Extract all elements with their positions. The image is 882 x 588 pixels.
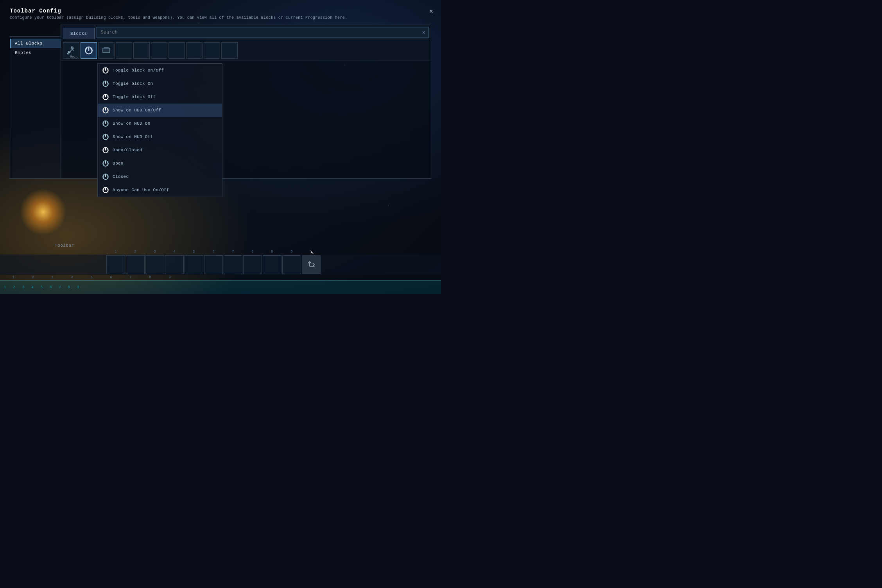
dropdown-item-toggle-off[interactable]: Toggle block Off (98, 90, 222, 104)
svg-rect-11 (103, 48, 110, 53)
bottom-num-9: 9 (77, 285, 79, 289)
dropdown-label-1: Toggle block On (113, 81, 153, 86)
panel-header: Blocks × (61, 25, 431, 40)
toolbar-slot-3[interactable] (145, 255, 164, 274)
slot-num-knife: 🔪 (302, 250, 321, 254)
dropdown-item-anyone[interactable]: Anyone Can Use On/Off (98, 183, 222, 197)
sun-glow (20, 188, 66, 235)
icon-slot-4[interactable] (116, 42, 132, 59)
icon-row: Ro... (61, 40, 431, 61)
slot-num-2: 2 (126, 250, 145, 254)
search-input[interactable] (97, 27, 419, 38)
toolbar-slot-1[interactable] (106, 255, 125, 274)
bottom-bar: 1 2 3 4 5 6 7 8 9 (0, 280, 441, 294)
svg-rect-12 (104, 47, 109, 48)
bottom-num-7: 7 (59, 285, 61, 289)
slot-num-3: 3 (145, 250, 164, 254)
bottom-num-4: 4 (31, 285, 33, 289)
search-clear-button[interactable]: × (419, 29, 428, 36)
sidebar-item-emotes[interactable]: Emotes (10, 48, 61, 57)
toolbar-slot-8[interactable] (243, 255, 262, 274)
toolbar-slot-extra[interactable] (302, 255, 321, 274)
tab-blocks[interactable]: Blocks (63, 28, 95, 39)
toolbar-slot-6[interactable] (204, 255, 223, 274)
slot-numbers-bottom: 1 2 3 4 5 6 7 8 9 (0, 275, 441, 280)
toolbar-slot-5[interactable] (185, 255, 203, 274)
search-bar: × (97, 27, 429, 38)
bottom-num-6: 6 (50, 285, 52, 289)
power-icon-open-closed (102, 146, 109, 154)
icon-slot-9[interactable] (204, 42, 220, 59)
toolbar-bottom: Toolbar 1 2 3 4 5 6 7 8 9 0 🔪 1 2 3 (0, 242, 441, 294)
dropdown-label-5: Show on HUD Off (113, 134, 153, 139)
dropdown-label-6: Open/Closed (113, 148, 142, 152)
toolbar-slot-4[interactable] (165, 255, 184, 274)
icon-slot-7[interactable] (169, 42, 185, 59)
dropdown-label-0: Toggle block On/Off (113, 68, 164, 73)
close-button[interactable]: × (429, 8, 433, 15)
power-icon-hud-off (102, 133, 109, 141)
dropdown-item-hud-on[interactable]: Show on HUD On (98, 117, 222, 130)
power-icon-open (102, 160, 109, 167)
sub-num-1: 1 (4, 276, 23, 280)
bottom-num-5: 5 (41, 285, 43, 289)
bottom-num-8: 8 (68, 285, 70, 289)
dropdown-label-8: Closed (113, 174, 129, 179)
sub-num-9: 9 (160, 276, 179, 280)
dropdown-item-open-closed[interactable]: Open/Closed (98, 143, 222, 157)
toolbar-slot-2[interactable] (126, 255, 145, 274)
slot-num-8: 8 (243, 250, 262, 254)
bottom-bar-numbers: 1 2 3 4 5 6 7 8 9 (4, 285, 79, 289)
power-icon-anyone (102, 186, 109, 194)
dropdown-item-hud-off[interactable]: Show on HUD Off (98, 130, 222, 143)
slot-num-4: 4 (165, 250, 184, 254)
icon-slot-10[interactable] (221, 42, 238, 59)
toolbar-label: Toolbar (0, 242, 441, 249)
icon-slot-3[interactable] (98, 42, 115, 59)
sub-num-8: 8 (141, 276, 160, 280)
sub-num-7: 7 (121, 276, 140, 280)
dropdown-label-2: Toggle block Off (113, 95, 156, 99)
slot-1-label: Ro... (70, 55, 79, 58)
sub-num-3: 3 (43, 276, 62, 280)
toolbar-slots-row (0, 255, 441, 275)
dropdown-label-4: Show on HUD On (113, 121, 151, 126)
page-description: Configure your toolbar (assign building … (10, 16, 431, 20)
icon-slot-5[interactable] (133, 42, 150, 59)
dropdown-label-9: Anyone Can Use On/Off (113, 188, 169, 192)
dropdown-label-3: Show on HUD On/Off (113, 108, 161, 113)
bottom-num-3: 3 (22, 285, 24, 289)
dropdown-item-toggle-on-off[interactable]: Toggle block On/Off (98, 64, 222, 77)
sidebar-item-all-blocks[interactable]: All Blocks (10, 39, 61, 48)
dropdown-item-toggle-on[interactable]: Toggle block On (98, 77, 222, 90)
toolbar-slot-9[interactable] (263, 255, 281, 274)
sub-num-4: 4 (63, 276, 81, 280)
icon-slot-6[interactable] (151, 42, 167, 59)
slot-num-7: 7 (224, 250, 242, 254)
bottom-num-2: 2 (13, 285, 15, 289)
slot-num-1: 1 (106, 250, 125, 254)
sub-num-5: 5 (82, 276, 101, 280)
toolbar-slot-0[interactable] (282, 255, 301, 274)
power-icon-hud-onoff (102, 106, 109, 114)
dropdown-item-closed[interactable]: Closed (98, 170, 222, 183)
power-icon-hud-on (102, 120, 109, 127)
bottom-num-1: 1 (4, 285, 6, 289)
dropdown-item-hud-onoff[interactable]: Show on HUD On/Off (98, 104, 222, 117)
icon-slot-2[interactable]: Toggle block On/Off Toggle block On (81, 42, 97, 59)
sub-num-2: 2 (23, 276, 42, 280)
power-icon-toggle-off (102, 93, 109, 101)
toolbar-slot-7[interactable] (224, 255, 242, 274)
power-icon-toggle-onoff (102, 66, 109, 74)
power-icon-toggle-on (102, 80, 109, 88)
sub-num-6: 6 (102, 276, 120, 280)
slot-num-5: 5 (185, 250, 203, 254)
slot-num-9: 9 (263, 250, 281, 254)
sidebar: All Blocks Emotes (10, 36, 61, 179)
icon-slot-1[interactable]: Ro... (63, 42, 79, 59)
icon-slot-8[interactable] (186, 42, 203, 59)
panel: Blocks × Ro... (61, 25, 431, 179)
power-icon-closed (102, 173, 109, 181)
dropdown-item-open[interactable]: Open (98, 157, 222, 170)
slot-num-6: 6 (204, 250, 223, 254)
